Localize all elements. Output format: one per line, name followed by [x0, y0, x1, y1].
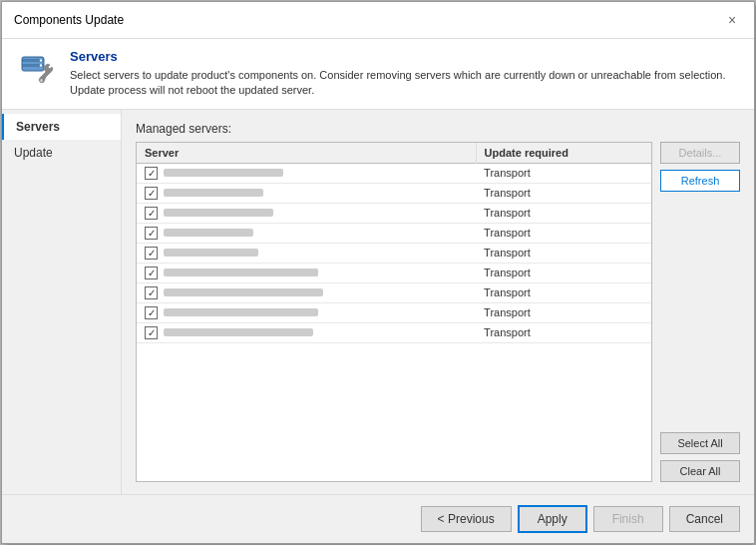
previous-button[interactable]: < Previous [421, 506, 512, 532]
update-required-cell-8: Transport [476, 322, 651, 342]
title-bar: Components Update × [2, 2, 754, 39]
server-name-8 [164, 328, 313, 336]
svg-point-5 [40, 79, 43, 82]
server-name-0 [164, 169, 283, 177]
server-checkbox-2[interactable]: ✓ [145, 207, 158, 220]
update-required-cell-4: Transport [476, 243, 651, 263]
table-row: ✓Transport [137, 282, 651, 302]
sidebar-item-update[interactable]: Update [2, 140, 121, 166]
server-checkbox-7[interactable]: ✓ [145, 306, 158, 319]
table-row: ✓Transport [137, 183, 651, 203]
server-name-4 [164, 249, 258, 257]
server-checkbox-8[interactable]: ✓ [145, 326, 158, 339]
server-cell-3: ✓ [137, 223, 476, 243]
header-section: Servers Select servers to update product… [2, 39, 754, 110]
server-cell-8: ✓ [137, 322, 476, 342]
server-checkbox-5[interactable]: ✓ [145, 267, 158, 279]
footer: < Previous Apply Finish Cancel [2, 494, 754, 543]
server-checkbox-3[interactable]: ✓ [145, 227, 158, 240]
server-cell-0: ✓ [137, 163, 476, 183]
header-title: Servers [70, 49, 738, 64]
table-header-row: Server Update required [137, 143, 651, 164]
details-button[interactable]: Details... [660, 142, 740, 164]
servers-icon [18, 49, 58, 89]
server-cell-7: ✓ [137, 302, 476, 322]
content-area: Managed servers: Server Update required … [122, 110, 754, 494]
update-required-cell-0: Transport [476, 163, 651, 183]
svg-point-3 [40, 59, 42, 61]
main-area: Servers Update Managed servers: Server U… [2, 110, 754, 494]
table-row: ✓Transport [137, 203, 651, 223]
sidebar: Servers Update [2, 110, 122, 494]
table-row: ✓Transport [137, 243, 651, 263]
server-checkbox-6[interactable]: ✓ [145, 286, 158, 299]
server-cell-5: ✓ [137, 263, 476, 282]
table-and-buttons: Server Update required ✓Transport✓Transp… [136, 142, 740, 482]
server-name-1 [164, 189, 263, 197]
finish-button[interactable]: Finish [593, 506, 663, 532]
cancel-button[interactable]: Cancel [669, 506, 740, 532]
server-name-2 [164, 209, 273, 217]
table-row: ✓Transport [137, 223, 651, 243]
header-content: Servers Select servers to update product… [70, 49, 738, 99]
select-all-button[interactable]: Select All [660, 432, 740, 454]
server-checkbox-1[interactable]: ✓ [145, 187, 158, 200]
update-required-cell-2: Transport [476, 203, 651, 223]
server-name-7 [164, 308, 318, 316]
svg-point-4 [40, 64, 42, 66]
server-name-3 [164, 229, 253, 237]
managed-servers-label: Managed servers: [136, 122, 740, 136]
sidebar-item-servers[interactable]: Servers [2, 114, 121, 140]
server-cell-4: ✓ [137, 243, 476, 263]
server-name-5 [164, 269, 318, 276]
update-required-cell-1: Transport [476, 183, 651, 203]
server-cell-1: ✓ [137, 183, 476, 203]
table-row: ✓Transport [137, 163, 651, 183]
dialog-title: Components Update [14, 13, 124, 27]
server-cell-2: ✓ [137, 203, 476, 223]
servers-table-container: Server Update required ✓Transport✓Transp… [136, 142, 652, 482]
header-description: Select servers to update product's compo… [70, 68, 738, 99]
column-server: Server [137, 143, 476, 164]
close-button[interactable]: × [722, 10, 742, 30]
servers-table: Server Update required ✓Transport✓Transp… [137, 143, 651, 343]
apply-button[interactable]: Apply [518, 505, 587, 533]
table-row: ✓Transport [137, 322, 651, 342]
update-required-cell-5: Transport [476, 263, 651, 282]
clear-all-button[interactable]: Clear All [660, 460, 740, 482]
refresh-button[interactable]: Refresh [660, 170, 740, 192]
server-cell-6: ✓ [137, 282, 476, 302]
server-checkbox-4[interactable]: ✓ [145, 247, 158, 260]
table-row: ✓Transport [137, 302, 651, 322]
table-row: ✓Transport [137, 263, 651, 282]
server-name-6 [164, 288, 323, 296]
right-buttons: Details... Refresh Select All Clear All [660, 142, 740, 482]
update-required-cell-6: Transport [476, 282, 651, 302]
spacer [660, 198, 740, 426]
components-update-dialog: Components Update × Servers Select serve… [1, 1, 755, 544]
server-checkbox-0[interactable]: ✓ [145, 167, 158, 180]
column-update-required: Update required [476, 143, 651, 164]
update-required-cell-7: Transport [476, 302, 651, 322]
update-required-cell-3: Transport [476, 223, 651, 243]
